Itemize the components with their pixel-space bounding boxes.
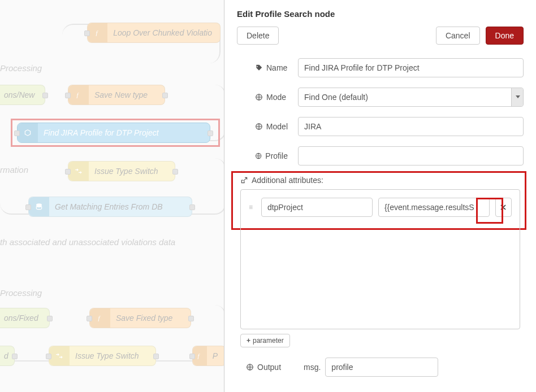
node-get-matching-db[interactable]: Get Matching Entries From DB — [28, 197, 192, 217]
node-loop-chunked[interactable]: f Loop Over Chunked Violatio — [87, 23, 221, 43]
node-label: Issue Type Switch — [89, 167, 158, 176]
svg-text:f: f — [198, 353, 201, 359]
node-label: d — [0, 351, 8, 360]
port-out[interactable] — [42, 93, 48, 98]
function-icon: f — [88, 23, 107, 42]
panel-actions: Delete Cancel Done — [237, 27, 524, 45]
globe-icon — [255, 152, 262, 160]
node-issue-type-switch-2[interactable]: Issue Type Switch — [49, 346, 156, 366]
port-in[interactable] — [87, 316, 92, 321]
node-find-jira-profile[interactable]: Find JIRA Profile for DTP Project — [17, 123, 210, 143]
switch-icon — [68, 162, 89, 181]
port-out[interactable] — [162, 93, 168, 98]
profile-input[interactable] — [298, 146, 524, 165]
node-p[interactable]: f P — [192, 346, 226, 366]
port-out[interactable] — [188, 316, 194, 321]
comment-rmation: rmation — [0, 165, 28, 175]
node-label: Save New type — [89, 90, 148, 99]
node-label: Issue Type Switch — [70, 351, 139, 360]
svg-text:f: f — [77, 92, 80, 98]
port-out[interactable] — [47, 316, 53, 321]
plus-icon: + — [247, 337, 250, 345]
node-label: ons/Fixed — [0, 313, 38, 323]
attribute-row: ≡ — [249, 198, 512, 217]
comment-processing-2: Processing — [0, 288, 42, 298]
attr-value-input[interactable] — [378, 198, 490, 217]
label-mode: Mode — [237, 93, 288, 102]
drag-handle-icon[interactable]: ≡ — [249, 206, 256, 208]
model-input[interactable] — [298, 117, 524, 136]
comment-processing-1: Processing — [0, 63, 42, 73]
edit-panel: Edit Profile Search node Delete Cancel D… — [224, 0, 536, 392]
cancel-button[interactable]: Cancel — [436, 27, 480, 45]
node-label: Get Matching Entries From DB — [49, 202, 163, 211]
port-in[interactable] — [189, 354, 195, 359]
node-label: ons/New — [0, 90, 34, 99]
label-name: Name — [237, 63, 288, 72]
node-label: Find JIRA Profile for DTP Project — [38, 128, 159, 137]
comment-with-assoc: th associated and unassociated violation… — [0, 237, 175, 247]
name-input[interactable] — [298, 58, 524, 77]
node-ons-fixed[interactable]: ons/Fixed — [0, 308, 50, 328]
switch-icon — [49, 346, 70, 365]
mode-select[interactable]: Find One (default) — [298, 88, 524, 107]
port-in[interactable] — [65, 169, 71, 175]
node-save-new-type[interactable]: f Save New type — [68, 85, 165, 105]
port-out[interactable] — [153, 354, 159, 359]
label-profile: Profile — [237, 151, 288, 160]
output-input[interactable] — [325, 358, 438, 377]
globe-icon — [255, 93, 263, 101]
globe-icon — [246, 363, 254, 371]
function-icon: f — [90, 308, 110, 328]
node-ons-new[interactable]: ons/New — [0, 85, 45, 105]
label-model: Model — [237, 122, 288, 131]
cube-icon — [18, 123, 38, 142]
port-in[interactable] — [14, 130, 20, 136]
port-in[interactable] — [65, 93, 71, 98]
highlight-remove-btn — [476, 198, 503, 224]
node-issue-type-switch-1[interactable]: Issue Type Switch — [68, 161, 175, 181]
database-icon — [29, 197, 49, 216]
delete-button[interactable]: Delete — [237, 27, 279, 45]
output-prefix: msg. — [304, 363, 321, 372]
attr-key-input[interactable] — [261, 198, 373, 217]
node-label: P — [207, 351, 218, 360]
tag-icon — [255, 64, 263, 72]
done-button[interactable]: Done — [486, 27, 524, 45]
port-in[interactable] — [84, 31, 90, 36]
port-in[interactable] — [46, 354, 51, 359]
globe-icon — [255, 123, 263, 130]
port-in[interactable] — [25, 204, 31, 210]
node-d[interactable]: d — [0, 346, 15, 366]
port-out[interactable] — [172, 169, 178, 175]
port-out[interactable] — [12, 354, 18, 359]
function-icon: f — [68, 85, 89, 104]
svg-text:f: f — [96, 30, 98, 36]
label-output: Output — [237, 363, 288, 372]
node-save-fixed-type[interactable]: f Save Fixed type — [89, 308, 191, 328]
port-out[interactable] — [189, 204, 195, 210]
svg-text:f: f — [98, 315, 101, 321]
port-out[interactable] — [208, 130, 213, 136]
panel-title: Edit Profile Search node — [237, 9, 524, 19]
node-label: Save Fixed type — [110, 313, 172, 323]
node-label: Loop Over Chunked Violatio — [107, 28, 212, 37]
add-parameter-button[interactable]: + parameter — [240, 334, 290, 347]
